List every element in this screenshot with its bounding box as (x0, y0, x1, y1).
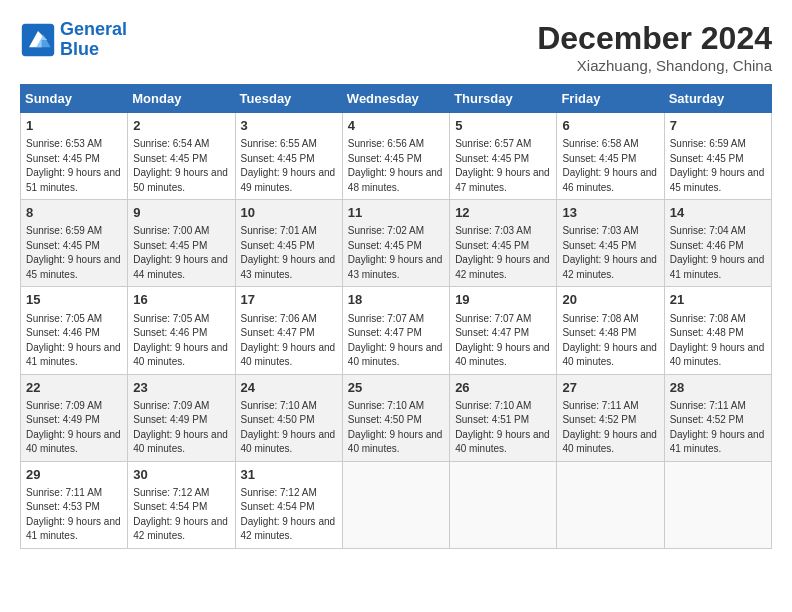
calendar-header-sunday: Sunday (21, 85, 128, 113)
calendar-table: SundayMondayTuesdayWednesdayThursdayFrid… (20, 84, 772, 549)
day-number: 31 (241, 466, 337, 484)
day-number: 29 (26, 466, 122, 484)
day-number: 21 (670, 291, 766, 309)
day-info: Sunrise: 7:09 AMSunset: 4:49 PMDaylight:… (133, 399, 229, 457)
day-number: 7 (670, 117, 766, 135)
day-info: Sunrise: 6:54 AMSunset: 4:45 PMDaylight:… (133, 137, 229, 195)
day-number: 20 (562, 291, 658, 309)
day-number: 10 (241, 204, 337, 222)
calendar-cell: 3Sunrise: 6:55 AMSunset: 4:45 PMDaylight… (235, 113, 342, 200)
day-number: 8 (26, 204, 122, 222)
day-info: Sunrise: 6:55 AMSunset: 4:45 PMDaylight:… (241, 137, 337, 195)
calendar-cell: 7Sunrise: 6:59 AMSunset: 4:45 PMDaylight… (664, 113, 771, 200)
calendar-header-saturday: Saturday (664, 85, 771, 113)
day-info: Sunrise: 7:10 AMSunset: 4:50 PMDaylight:… (241, 399, 337, 457)
day-info: Sunrise: 6:58 AMSunset: 4:45 PMDaylight:… (562, 137, 658, 195)
calendar-cell: 19Sunrise: 7:07 AMSunset: 4:47 PMDayligh… (450, 287, 557, 374)
calendar-week-row: 1Sunrise: 6:53 AMSunset: 4:45 PMDaylight… (21, 113, 772, 200)
day-info: Sunrise: 6:59 AMSunset: 4:45 PMDaylight:… (670, 137, 766, 195)
calendar-cell: 22Sunrise: 7:09 AMSunset: 4:49 PMDayligh… (21, 374, 128, 461)
day-number: 19 (455, 291, 551, 309)
day-number: 4 (348, 117, 444, 135)
day-number: 16 (133, 291, 229, 309)
calendar-cell (342, 461, 449, 548)
day-info: Sunrise: 7:00 AMSunset: 4:45 PMDaylight:… (133, 224, 229, 282)
day-info: Sunrise: 7:11 AMSunset: 4:52 PMDaylight:… (562, 399, 658, 457)
month-title: December 2024 (537, 20, 772, 57)
day-number: 3 (241, 117, 337, 135)
calendar-cell: 28Sunrise: 7:11 AMSunset: 4:52 PMDayligh… (664, 374, 771, 461)
day-number: 6 (562, 117, 658, 135)
day-number: 15 (26, 291, 122, 309)
day-number: 9 (133, 204, 229, 222)
day-info: Sunrise: 7:10 AMSunset: 4:51 PMDaylight:… (455, 399, 551, 457)
day-info: Sunrise: 7:12 AMSunset: 4:54 PMDaylight:… (133, 486, 229, 544)
day-number: 5 (455, 117, 551, 135)
calendar-cell: 20Sunrise: 7:08 AMSunset: 4:48 PMDayligh… (557, 287, 664, 374)
day-number: 23 (133, 379, 229, 397)
day-number: 2 (133, 117, 229, 135)
calendar-cell: 4Sunrise: 6:56 AMSunset: 4:45 PMDaylight… (342, 113, 449, 200)
calendar-cell: 21Sunrise: 7:08 AMSunset: 4:48 PMDayligh… (664, 287, 771, 374)
calendar-cell: 8Sunrise: 6:59 AMSunset: 4:45 PMDaylight… (21, 200, 128, 287)
calendar-cell: 16Sunrise: 7:05 AMSunset: 4:46 PMDayligh… (128, 287, 235, 374)
day-info: Sunrise: 7:08 AMSunset: 4:48 PMDaylight:… (562, 312, 658, 370)
calendar-week-row: 8Sunrise: 6:59 AMSunset: 4:45 PMDaylight… (21, 200, 772, 287)
calendar-cell: 14Sunrise: 7:04 AMSunset: 4:46 PMDayligh… (664, 200, 771, 287)
calendar-cell: 6Sunrise: 6:58 AMSunset: 4:45 PMDaylight… (557, 113, 664, 200)
calendar-cell: 12Sunrise: 7:03 AMSunset: 4:45 PMDayligh… (450, 200, 557, 287)
day-info: Sunrise: 6:53 AMSunset: 4:45 PMDaylight:… (26, 137, 122, 195)
day-info: Sunrise: 7:05 AMSunset: 4:46 PMDaylight:… (133, 312, 229, 370)
day-number: 24 (241, 379, 337, 397)
day-info: Sunrise: 7:07 AMSunset: 4:47 PMDaylight:… (455, 312, 551, 370)
calendar-cell: 18Sunrise: 7:07 AMSunset: 4:47 PMDayligh… (342, 287, 449, 374)
calendar-cell: 5Sunrise: 6:57 AMSunset: 4:45 PMDaylight… (450, 113, 557, 200)
calendar-cell: 11Sunrise: 7:02 AMSunset: 4:45 PMDayligh… (342, 200, 449, 287)
day-number: 13 (562, 204, 658, 222)
calendar-cell (557, 461, 664, 548)
day-info: Sunrise: 6:56 AMSunset: 4:45 PMDaylight:… (348, 137, 444, 195)
calendar-cell: 1Sunrise: 6:53 AMSunset: 4:45 PMDaylight… (21, 113, 128, 200)
calendar-week-row: 15Sunrise: 7:05 AMSunset: 4:46 PMDayligh… (21, 287, 772, 374)
calendar-week-row: 22Sunrise: 7:09 AMSunset: 4:49 PMDayligh… (21, 374, 772, 461)
calendar-week-row: 29Sunrise: 7:11 AMSunset: 4:53 PMDayligh… (21, 461, 772, 548)
day-info: Sunrise: 7:03 AMSunset: 4:45 PMDaylight:… (562, 224, 658, 282)
day-number: 12 (455, 204, 551, 222)
calendar-header-wednesday: Wednesday (342, 85, 449, 113)
day-info: Sunrise: 7:07 AMSunset: 4:47 PMDaylight:… (348, 312, 444, 370)
logo-text: General Blue (60, 20, 127, 60)
calendar-cell: 15Sunrise: 7:05 AMSunset: 4:46 PMDayligh… (21, 287, 128, 374)
day-number: 14 (670, 204, 766, 222)
title-block: December 2024 Xiazhuang, Shandong, China (537, 20, 772, 74)
calendar-cell: 13Sunrise: 7:03 AMSunset: 4:45 PMDayligh… (557, 200, 664, 287)
day-info: Sunrise: 7:06 AMSunset: 4:47 PMDaylight:… (241, 312, 337, 370)
calendar-cell (450, 461, 557, 548)
calendar-header-friday: Friday (557, 85, 664, 113)
calendar-cell: 24Sunrise: 7:10 AMSunset: 4:50 PMDayligh… (235, 374, 342, 461)
day-info: Sunrise: 7:08 AMSunset: 4:48 PMDaylight:… (670, 312, 766, 370)
logo-icon (20, 22, 56, 58)
calendar-cell (664, 461, 771, 548)
day-info: Sunrise: 6:57 AMSunset: 4:45 PMDaylight:… (455, 137, 551, 195)
calendar-cell: 23Sunrise: 7:09 AMSunset: 4:49 PMDayligh… (128, 374, 235, 461)
calendar-cell: 9Sunrise: 7:00 AMSunset: 4:45 PMDaylight… (128, 200, 235, 287)
calendar-header-monday: Monday (128, 85, 235, 113)
calendar-header-thursday: Thursday (450, 85, 557, 113)
day-info: Sunrise: 7:12 AMSunset: 4:54 PMDaylight:… (241, 486, 337, 544)
day-info: Sunrise: 7:05 AMSunset: 4:46 PMDaylight:… (26, 312, 122, 370)
calendar-cell: 31Sunrise: 7:12 AMSunset: 4:54 PMDayligh… (235, 461, 342, 548)
day-number: 26 (455, 379, 551, 397)
calendar-cell: 30Sunrise: 7:12 AMSunset: 4:54 PMDayligh… (128, 461, 235, 548)
day-number: 22 (26, 379, 122, 397)
day-info: Sunrise: 7:11 AMSunset: 4:53 PMDaylight:… (26, 486, 122, 544)
calendar-cell: 27Sunrise: 7:11 AMSunset: 4:52 PMDayligh… (557, 374, 664, 461)
day-number: 1 (26, 117, 122, 135)
calendar-cell: 26Sunrise: 7:10 AMSunset: 4:51 PMDayligh… (450, 374, 557, 461)
day-number: 25 (348, 379, 444, 397)
page-header: General Blue December 2024 Xiazhuang, Sh… (20, 20, 772, 74)
calendar-header-row: SundayMondayTuesdayWednesdayThursdayFrid… (21, 85, 772, 113)
day-info: Sunrise: 6:59 AMSunset: 4:45 PMDaylight:… (26, 224, 122, 282)
calendar-cell: 2Sunrise: 6:54 AMSunset: 4:45 PMDaylight… (128, 113, 235, 200)
day-number: 11 (348, 204, 444, 222)
day-info: Sunrise: 7:10 AMSunset: 4:50 PMDaylight:… (348, 399, 444, 457)
